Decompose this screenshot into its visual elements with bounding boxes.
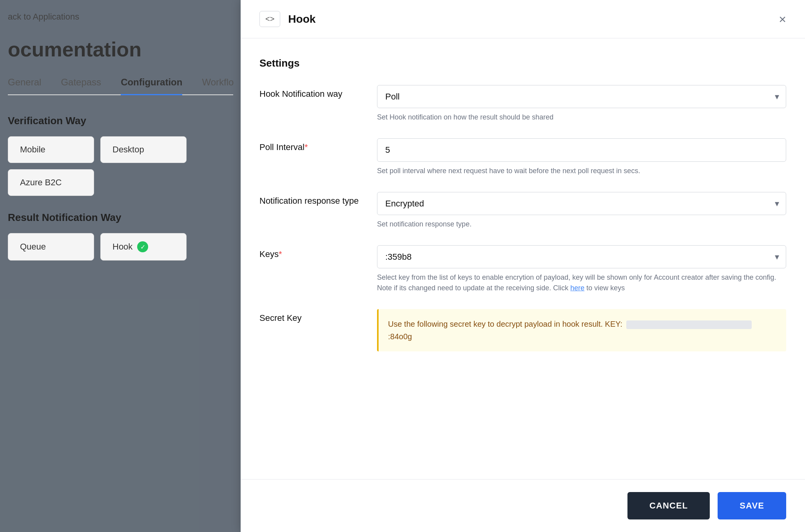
keys-link[interactable]: here xyxy=(570,284,584,292)
secret-key-label: Secret Key xyxy=(259,313,302,323)
response-type-select-wrapper: Encrypted Plain xyxy=(377,192,786,215)
secret-key-box: Use the following secret key to decrypt … xyxy=(377,309,786,351)
notification-way-row: Hook Notification way Poll Push Set Hook… xyxy=(259,85,786,123)
secret-key-message: Use the following secret key to decrypt … xyxy=(388,320,622,328)
secret-key-row: Secret Key Use the following secret key … xyxy=(259,309,786,351)
response-type-label: Notification response type xyxy=(259,196,359,206)
tab-gatepass[interactable]: Gatepass xyxy=(61,77,101,94)
card-desktop[interactable]: Desktop xyxy=(100,136,187,163)
azure-label: Azure B2C xyxy=(20,177,62,188)
card-azure[interactable]: Azure B2C xyxy=(8,169,94,196)
mobile-label: Mobile xyxy=(20,145,45,155)
keys-label: Keys* xyxy=(259,249,282,259)
back-link: ack to Applications xyxy=(8,12,233,22)
notification-way-select[interactable]: Poll Push xyxy=(377,85,786,108)
poll-interval-label: Poll Interval* xyxy=(259,142,308,152)
hook-check-icon: ✓ xyxy=(137,241,148,252)
close-button[interactable]: × xyxy=(779,13,786,25)
notification-way-label: Hook Notification way xyxy=(259,89,343,99)
header-left: <> Hook xyxy=(259,11,315,27)
card-queue[interactable]: Queue xyxy=(8,233,94,261)
hook-label: Hook xyxy=(112,242,132,252)
response-type-select[interactable]: Encrypted Plain xyxy=(377,192,786,215)
result-notification-cards: Queue Hook ✓ xyxy=(8,233,233,261)
keys-hint: Select key from the list of keys to enab… xyxy=(377,272,786,293)
secret-key-masked xyxy=(626,320,752,329)
tab-bar: General Gatepass Configuration Workflo xyxy=(8,77,233,95)
save-button[interactable]: SAVE xyxy=(718,492,786,519)
panel-title: Hook xyxy=(288,13,315,25)
keys-select[interactable]: :359b8 xyxy=(377,245,786,268)
poll-interval-input[interactable] xyxy=(377,138,786,162)
notification-way-select-wrapper: Poll Push xyxy=(377,85,786,108)
response-type-hint: Set notification response type. xyxy=(377,219,786,230)
poll-interval-row: Poll Interval* Set poll interval where n… xyxy=(259,138,786,176)
cancel-button[interactable]: CANCEL xyxy=(627,492,710,519)
response-type-row: Notification response type Encrypted Pla… xyxy=(259,192,786,230)
tab-configuration[interactable]: Configuration xyxy=(121,77,182,95)
panel-footer: CANCEL SAVE xyxy=(241,479,805,532)
panel-body: Settings Hook Notification way Poll Push… xyxy=(241,38,805,479)
card-mobile[interactable]: Mobile xyxy=(8,136,94,163)
queue-label: Queue xyxy=(20,242,46,252)
notification-way-hint: Set Hook notification on how the result … xyxy=(377,112,786,123)
result-notification-title: Result Notification Way xyxy=(8,212,233,224)
settings-heading: Settings xyxy=(259,57,786,69)
code-icon-button[interactable]: <> xyxy=(259,11,280,27)
secret-key-suffix: :84o0g xyxy=(388,332,412,341)
verification-way-title: Verification Way xyxy=(8,115,233,127)
verification-cards: Mobile Desktop Azure B2C xyxy=(8,136,233,196)
app-title: ocumentation xyxy=(8,38,233,61)
background-app: ack to Applications ocumentation General… xyxy=(0,0,241,532)
hook-panel: <> Hook × Settings Hook Notification way… xyxy=(241,0,805,532)
keys-row: Keys* :359b8 Select key from the list of… xyxy=(259,245,786,293)
panel-header: <> Hook × xyxy=(241,0,805,38)
tab-general[interactable]: General xyxy=(8,77,41,94)
tab-workflow[interactable]: Workflo xyxy=(202,77,234,94)
card-hook[interactable]: Hook ✓ xyxy=(100,233,187,261)
keys-select-wrapper: :359b8 xyxy=(377,245,786,268)
desktop-label: Desktop xyxy=(112,145,144,155)
poll-interval-hint: Set poll interval where next request hav… xyxy=(377,166,786,176)
